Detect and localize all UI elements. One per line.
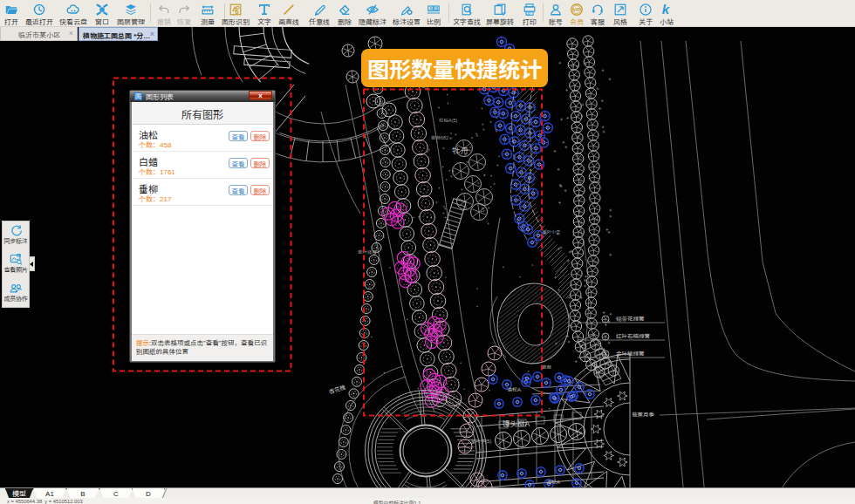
svg-text:紫叶矮樱: 紫叶矮樱 — [358, 249, 378, 255]
svg-text:B: B — [435, 5, 439, 11]
svg-text:牡丹: 牡丹 — [452, 145, 469, 156]
svg-text:油松A: 油松A — [507, 385, 521, 393]
svg-text:紫叶李(5): 紫叶李(5) — [471, 438, 491, 445]
svg-text:k: k — [662, 3, 671, 17]
svg-text:A: A — [429, 5, 433, 11]
svg-text:紫薇: 紫薇 — [542, 364, 552, 371]
svg-text:紫薇682㎡: 紫薇682㎡ — [431, 134, 454, 141]
svg-text:油松A: 油松A — [546, 478, 560, 486]
svg-text:红叶石楠绿篱: 红叶石楠绿篱 — [616, 331, 651, 340]
svg-text:锦带花绿篱: 锦带花绿篱 — [615, 314, 645, 323]
svg-text:馒头柳A: 馒头柳A — [503, 418, 530, 428]
svg-text:栽蕉月季: 栽蕉月季 — [632, 410, 655, 419]
svg-text:金叶榆绿篱: 金叶榆绿篱 — [616, 349, 645, 358]
svg-text:桧柏A(5): 桧柏A(5) — [439, 117, 458, 124]
